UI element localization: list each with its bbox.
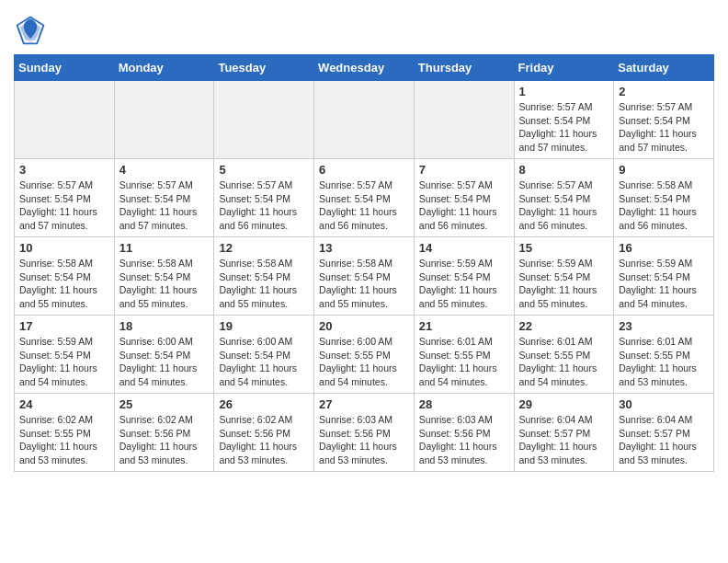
day-number: 23 (619, 319, 709, 333)
calendar-cell: 12Sunrise: 5:58 AM Sunset: 5:54 PM Dayli… (214, 237, 314, 316)
day-info: Sunrise: 5:58 AM Sunset: 5:54 PM Dayligh… (119, 257, 210, 311)
calendar-cell: 26Sunrise: 6:02 AM Sunset: 5:56 PM Dayli… (214, 394, 314, 472)
calendar-cell: 27Sunrise: 6:03 AM Sunset: 5:56 PM Dayli… (314, 394, 415, 472)
calendar-cell: 7Sunrise: 5:57 AM Sunset: 5:54 PM Daylig… (414, 159, 514, 237)
weekday-header-thursday: Thursday (414, 55, 514, 81)
day-number: 25 (119, 397, 210, 411)
calendar-cell: 9Sunrise: 5:58 AM Sunset: 5:54 PM Daylig… (614, 159, 714, 237)
day-info: Sunrise: 6:04 AM Sunset: 5:57 PM Dayligh… (519, 413, 609, 467)
weekday-header-wednesday: Wednesday (314, 55, 415, 81)
day-info: Sunrise: 5:57 AM Sunset: 5:54 PM Dayligh… (519, 178, 609, 233)
weekday-header-friday: Friday (514, 55, 614, 81)
calendar-cell: 20Sunrise: 6:00 AM Sunset: 5:55 PM Dayli… (314, 316, 415, 394)
day-number: 24 (19, 397, 109, 411)
calendar-cell: 10Sunrise: 5:58 AM Sunset: 5:54 PM Dayli… (15, 237, 115, 316)
calendar-cell: 11Sunrise: 5:58 AM Sunset: 5:54 PM Dayli… (114, 237, 214, 316)
calendar-cell: 21Sunrise: 6:01 AM Sunset: 5:55 PM Dayli… (414, 316, 514, 394)
day-number: 3 (19, 163, 109, 177)
day-number: 15 (519, 241, 609, 255)
day-info: Sunrise: 6:02 AM Sunset: 5:55 PM Dayligh… (19, 413, 109, 467)
day-info: Sunrise: 5:57 AM Sunset: 5:54 PM Dayligh… (219, 178, 309, 233)
day-number: 9 (619, 163, 709, 177)
day-info: Sunrise: 5:57 AM Sunset: 5:54 PM Dayligh… (319, 178, 409, 233)
day-info: Sunrise: 6:00 AM Sunset: 5:55 PM Dayligh… (319, 335, 409, 389)
weekday-header-tuesday: Tuesday (214, 55, 314, 81)
day-info: Sunrise: 6:00 AM Sunset: 5:54 PM Dayligh… (119, 335, 210, 389)
calendar-cell: 15Sunrise: 5:59 AM Sunset: 5:54 PM Dayli… (514, 237, 614, 316)
day-info: Sunrise: 5:57 AM Sunset: 5:54 PM Dayligh… (19, 178, 109, 233)
day-info: Sunrise: 5:59 AM Sunset: 5:54 PM Dayligh… (619, 257, 709, 311)
page: SundayMondayTuesdayWednesdayThursdayFrid… (0, 0, 728, 486)
calendar-cell: 23Sunrise: 6:01 AM Sunset: 5:55 PM Dayli… (614, 316, 714, 394)
calendar-cell: 24Sunrise: 6:02 AM Sunset: 5:55 PM Dayli… (15, 394, 115, 472)
day-number: 10 (19, 241, 109, 255)
calendar-cell: 3Sunrise: 5:57 AM Sunset: 5:54 PM Daylig… (15, 159, 115, 237)
day-info: Sunrise: 5:57 AM Sunset: 5:54 PM Dayligh… (419, 178, 509, 233)
day-number: 11 (119, 241, 210, 255)
day-number: 12 (219, 241, 309, 255)
day-number: 4 (119, 163, 210, 177)
weekday-header-sunday: Sunday (15, 55, 115, 81)
calendar-cell: 2Sunrise: 5:57 AM Sunset: 5:54 PM Daylig… (614, 81, 714, 159)
day-number: 14 (419, 241, 509, 255)
day-number: 20 (319, 319, 409, 333)
day-info: Sunrise: 5:57 AM Sunset: 5:54 PM Dayligh… (119, 178, 210, 233)
day-info: Sunrise: 5:58 AM Sunset: 5:54 PM Dayligh… (319, 257, 409, 311)
calendar-cell: 16Sunrise: 5:59 AM Sunset: 5:54 PM Dayli… (614, 237, 714, 316)
calendar-cell: 28Sunrise: 6:03 AM Sunset: 5:56 PM Dayli… (414, 394, 514, 472)
logo-icon (14, 14, 47, 47)
day-number: 21 (419, 319, 509, 333)
day-number: 13 (319, 241, 409, 255)
day-number: 28 (419, 397, 509, 411)
calendar-cell (214, 81, 314, 159)
day-number: 26 (219, 397, 309, 411)
day-number: 8 (519, 163, 609, 177)
calendar-cell: 17Sunrise: 5:59 AM Sunset: 5:54 PM Dayli… (15, 316, 115, 394)
day-number: 29 (519, 397, 609, 411)
day-info: Sunrise: 5:59 AM Sunset: 5:54 PM Dayligh… (419, 257, 509, 311)
header (14, 9, 714, 47)
week-row-4: 17Sunrise: 5:59 AM Sunset: 5:54 PM Dayli… (15, 316, 714, 394)
day-number: 17 (19, 319, 109, 333)
calendar-cell: 19Sunrise: 6:00 AM Sunset: 5:54 PM Dayli… (214, 316, 314, 394)
day-number: 22 (519, 319, 609, 333)
day-info: Sunrise: 6:01 AM Sunset: 5:55 PM Dayligh… (419, 335, 509, 389)
day-info: Sunrise: 6:03 AM Sunset: 5:56 PM Dayligh… (419, 413, 509, 467)
weekday-header-monday: Monday (114, 55, 214, 81)
calendar: SundayMondayTuesdayWednesdayThursdayFrid… (14, 54, 714, 472)
calendar-cell: 8Sunrise: 5:57 AM Sunset: 5:54 PM Daylig… (514, 159, 614, 237)
day-info: Sunrise: 6:03 AM Sunset: 5:56 PM Dayligh… (319, 413, 409, 467)
day-number: 1 (519, 85, 609, 98)
calendar-cell: 25Sunrise: 6:02 AM Sunset: 5:56 PM Dayli… (114, 394, 214, 472)
week-row-3: 10Sunrise: 5:58 AM Sunset: 5:54 PM Dayli… (15, 237, 714, 316)
day-info: Sunrise: 5:59 AM Sunset: 5:54 PM Dayligh… (19, 335, 109, 389)
day-info: Sunrise: 5:57 AM Sunset: 5:54 PM Dayligh… (519, 100, 609, 155)
day-number: 18 (119, 319, 210, 333)
calendar-cell (114, 81, 214, 159)
day-info: Sunrise: 5:59 AM Sunset: 5:54 PM Dayligh… (519, 257, 609, 311)
calendar-cell: 4Sunrise: 5:57 AM Sunset: 5:54 PM Daylig… (114, 159, 214, 237)
calendar-cell: 13Sunrise: 5:58 AM Sunset: 5:54 PM Dayli… (314, 237, 415, 316)
calendar-cell (314, 81, 415, 159)
calendar-cell (414, 81, 514, 159)
week-row-2: 3Sunrise: 5:57 AM Sunset: 5:54 PM Daylig… (15, 159, 714, 237)
day-info: Sunrise: 5:58 AM Sunset: 5:54 PM Dayligh… (19, 257, 109, 311)
calendar-cell: 6Sunrise: 5:57 AM Sunset: 5:54 PM Daylig… (314, 159, 415, 237)
day-info: Sunrise: 6:01 AM Sunset: 5:55 PM Dayligh… (619, 335, 709, 389)
week-row-5: 24Sunrise: 6:02 AM Sunset: 5:55 PM Dayli… (15, 394, 714, 472)
calendar-cell: 18Sunrise: 6:00 AM Sunset: 5:54 PM Dayli… (114, 316, 214, 394)
calendar-cell: 22Sunrise: 6:01 AM Sunset: 5:55 PM Dayli… (514, 316, 614, 394)
day-number: 27 (319, 397, 409, 411)
day-info: Sunrise: 6:02 AM Sunset: 5:56 PM Dayligh… (119, 413, 210, 467)
day-number: 6 (319, 163, 409, 177)
day-info: Sunrise: 5:58 AM Sunset: 5:54 PM Dayligh… (219, 257, 309, 311)
day-number: 16 (619, 241, 709, 255)
day-info: Sunrise: 6:04 AM Sunset: 5:57 PM Dayligh… (619, 413, 709, 467)
logo (14, 14, 51, 47)
day-number: 5 (219, 163, 309, 177)
calendar-cell: 14Sunrise: 5:59 AM Sunset: 5:54 PM Dayli… (414, 237, 514, 316)
day-info: Sunrise: 6:01 AM Sunset: 5:55 PM Dayligh… (519, 335, 609, 389)
day-number: 30 (619, 397, 709, 411)
calendar-cell: 30Sunrise: 6:04 AM Sunset: 5:57 PM Dayli… (614, 394, 714, 472)
day-info: Sunrise: 5:57 AM Sunset: 5:54 PM Dayligh… (619, 100, 709, 155)
